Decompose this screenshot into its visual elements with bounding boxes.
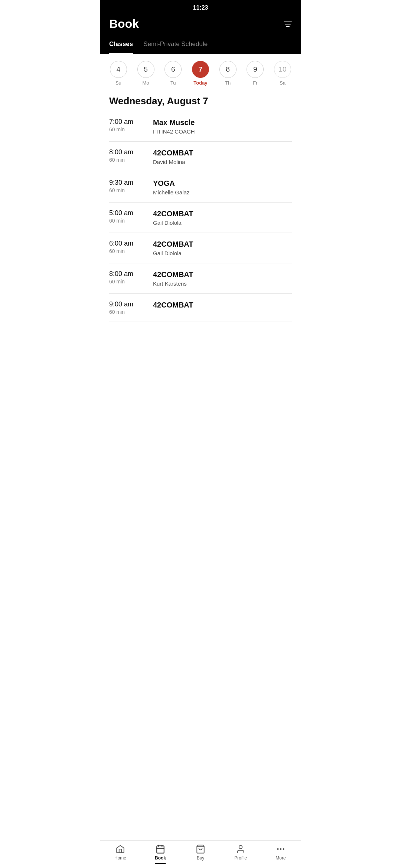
date-heading: Wednesday, August 7: [100, 89, 301, 111]
nav-book-label: Book: [155, 855, 166, 861]
day-number-4: 4: [110, 61, 127, 78]
more-icon: [276, 844, 286, 854]
svg-point-8: [283, 848, 284, 850]
class-time-1: 8:00 am 60 min: [109, 148, 150, 163]
tab-semi-private[interactable]: Semi-Private Schedule: [143, 37, 208, 54]
class-info-0: Max Muscle FITIN42 COACH: [150, 118, 292, 135]
calendar-day-8[interactable]: 8 Th: [219, 61, 237, 86]
day-number-9: 9: [247, 61, 264, 78]
day-number-8: 8: [219, 61, 237, 78]
day-number-6: 6: [164, 61, 182, 78]
nav-buy-label: Buy: [197, 855, 205, 861]
calendar-day-9[interactable]: 9 Fr: [246, 61, 264, 86]
class-item-1[interactable]: 8:00 am 60 min 42COMBAT David Molina: [109, 142, 292, 172]
status-bar: 11:23: [100, 0, 301, 14]
tab-classes[interactable]: Classes: [109, 37, 133, 54]
status-time: 11:23: [193, 4, 208, 11]
class-time-4: 6:00 am 60 min: [109, 240, 150, 254]
svg-point-7: [280, 848, 281, 850]
class-item-6[interactable]: 9:00 am 60 min 42COMBAT: [109, 294, 292, 322]
filter-icon[interactable]: [284, 22, 292, 27]
class-info-1: 42COMBAT David Molina: [150, 148, 292, 165]
calendar-day-7[interactable]: 7 Today: [192, 61, 209, 86]
day-label-4: Su: [115, 80, 121, 86]
class-info-4: 42COMBAT Gail Diolola: [150, 240, 292, 256]
page-title: Book: [109, 17, 139, 31]
day-number-5: 5: [137, 61, 154, 78]
svg-rect-0: [157, 846, 164, 853]
class-time-5: 8:00 am 60 min: [109, 270, 150, 285]
day-label-8: Th: [225, 80, 231, 86]
class-info-2: YOGA Michelle Galaz: [150, 179, 292, 195]
day-number-10: 10: [274, 61, 291, 78]
day-label-9: Fr: [253, 80, 257, 86]
class-time-3: 5:00 am 60 min: [109, 209, 150, 224]
class-item-2[interactable]: 9:30 am 60 min YOGA Michelle Galaz: [109, 172, 292, 203]
day-label-6: Tu: [170, 80, 176, 86]
book-icon: [156, 844, 165, 854]
nav-home[interactable]: Home: [100, 844, 140, 861]
class-list: 7:00 am 60 min Max Muscle FITIN42 COACH …: [100, 111, 301, 322]
svg-point-6: [277, 848, 278, 850]
bottom-nav: Home Book Buy Profile More: [100, 840, 301, 868]
nav-more-label: More: [276, 855, 286, 861]
day-number-7: 7: [192, 61, 209, 78]
class-info-3: 42COMBAT Gail Diolola: [150, 209, 292, 226]
class-item-0[interactable]: 7:00 am 60 min Max Muscle FITIN42 COACH: [109, 111, 292, 142]
calendar-day-4[interactable]: 4 Su: [110, 61, 127, 86]
day-label-10: Sa: [280, 80, 286, 86]
class-time-2: 9:30 am 60 min: [109, 179, 150, 193]
class-time-0: 7:00 am 60 min: [109, 118, 150, 132]
calendar-day-5[interactable]: 5 Mo: [137, 61, 155, 86]
class-item-3[interactable]: 5:00 am 60 min 42COMBAT Gail Diolola: [109, 203, 292, 233]
nav-profile[interactable]: Profile: [221, 844, 261, 861]
main-content: 4 Su 5 Mo 6 Tu 7 Today 8 Th: [100, 54, 301, 355]
nav-profile-label: Profile: [234, 855, 247, 861]
app-header: Book: [100, 14, 301, 37]
buy-icon: [196, 844, 205, 854]
profile-icon: [236, 844, 245, 854]
calendar-day-10[interactable]: 10 Sa: [274, 61, 291, 86]
tab-bar: Classes Semi-Private Schedule: [100, 37, 301, 54]
day-label-5: Mo: [143, 80, 149, 86]
day-label-7: Today: [193, 80, 207, 86]
calendar-day-6[interactable]: 6 Tu: [164, 61, 182, 86]
class-item-4[interactable]: 6:00 am 60 min 42COMBAT Gail Diolola: [109, 233, 292, 263]
nav-home-label: Home: [114, 855, 126, 861]
nav-buy[interactable]: Buy: [180, 844, 221, 861]
class-info-5: 42COMBAT Kurt Karstens: [150, 270, 292, 287]
nav-more[interactable]: More: [261, 844, 301, 861]
home-icon: [115, 844, 125, 854]
class-time-6: 9:00 am 60 min: [109, 300, 150, 315]
calendar-strip: 4 Su 5 Mo 6 Tu 7 Today 8 Th: [100, 54, 301, 89]
class-info-6: 42COMBAT: [150, 300, 292, 311]
svg-point-5: [239, 845, 242, 849]
class-item-5[interactable]: 8:00 am 60 min 42COMBAT Kurt Karstens: [109, 263, 292, 294]
nav-book[interactable]: Book: [140, 844, 180, 861]
